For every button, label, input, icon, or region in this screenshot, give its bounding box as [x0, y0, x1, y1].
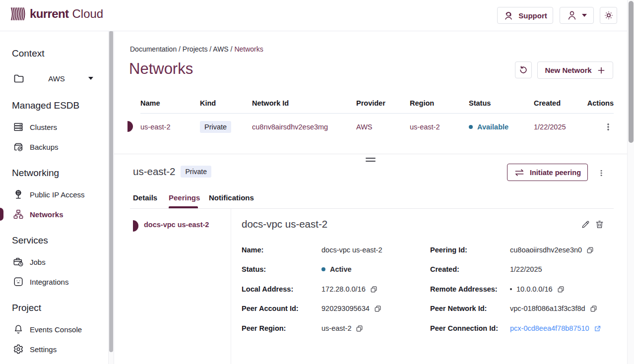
network-tree-icon	[13, 209, 24, 220]
sidebar-item-label: Public IP Access	[30, 190, 85, 199]
field-label: Peer Connection Id:	[430, 324, 498, 332]
edit-peering-button[interactable]	[581, 220, 590, 229]
account-menu-button[interactable]	[560, 7, 594, 24]
main-content: Documentation / Projects / AWS / Network…	[114, 31, 627, 364]
breadcrumb-separator: /	[207, 45, 213, 53]
networks-table-header: Name Kind Network Id Provider Region Sta…	[140, 93, 614, 114]
field-label: Peer Region:	[242, 324, 286, 332]
breadcrumb-documentation[interactable]: Documentation	[130, 45, 177, 53]
topbar: kurrent Cloud Support	[0, 0, 634, 31]
sun-icon	[603, 10, 614, 21]
sidebar-item-label: Jobs	[30, 258, 46, 266]
breadcrumb-current: Networks	[234, 45, 263, 53]
initiate-peering-label: Initiate peering	[530, 169, 581, 177]
copy-icon[interactable]	[557, 286, 565, 293]
sidebar-item-networks[interactable]: Networks	[13, 208, 108, 221]
splitter-drag-handle[interactable]	[366, 158, 376, 164]
col-header-name: Name	[140, 99, 200, 107]
peering-title: docs-vpc us-east-2	[242, 218, 327, 230]
kurrent-cloud-logo[interactable]: kurrent Cloud	[10, 6, 103, 21]
field-value-created: 1/22/2025	[510, 265, 542, 273]
outlet-icon	[13, 276, 24, 287]
row-name: us-east-2	[140, 123, 200, 131]
peer-connection-link[interactable]: pcx-0cd8eea4f78b87510	[510, 324, 589, 332]
sidebar-item-events-console[interactable]: Events Console	[13, 323, 108, 336]
sidebar-heading-managed-esdb: Managed ESDB	[12, 100, 108, 112]
logo-product-text: Cloud	[72, 7, 104, 21]
sidebar-item-backups[interactable]: Backups	[13, 140, 108, 153]
breadcrumb-separator: /	[229, 45, 235, 53]
field-value-peer-connection-id: pcx-0cd8eea4f78b87510	[510, 324, 601, 332]
globe-network-icon	[13, 189, 24, 200]
peering-list-item[interactable]: docs-vpc us-east-2	[144, 221, 209, 229]
refresh-button[interactable]	[515, 61, 532, 78]
row-actions-kebab-button[interactable]	[603, 121, 614, 133]
refresh-icon	[518, 65, 528, 75]
new-network-label: New Network	[545, 66, 591, 74]
window-scrollbar-thumb[interactable]	[629, 1, 634, 143]
col-header-region: Region	[410, 99, 469, 107]
sidebar-heading-services: Services	[12, 235, 108, 246]
tab-peerings[interactable]: Peerings	[169, 193, 200, 202]
sidebar-item-public-ip-access[interactable]: Public IP Access	[13, 188, 108, 201]
context-selector[interactable]: AWS	[13, 71, 93, 86]
sidebar-scrollbar	[108, 31, 114, 364]
sidebar-item-integrations[interactable]: Integrations	[13, 275, 108, 288]
breadcrumb-projects[interactable]: Projects	[183, 45, 208, 53]
new-network-button[interactable]: New Network	[537, 61, 613, 79]
support-button[interactable]: Support	[497, 7, 553, 24]
col-header-actions: Actions	[587, 99, 614, 107]
status-label: Active	[330, 265, 352, 273]
field-label: Peer Network Id:	[430, 304, 487, 312]
row-status: Available	[469, 123, 534, 131]
sidebar-heading-project: Project	[12, 302, 108, 314]
breadcrumb-aws[interactable]: AWS	[213, 45, 228, 53]
selected-peering-marker	[133, 220, 138, 232]
copy-icon[interactable]	[356, 325, 363, 332]
tab-notifications[interactable]: Notifications	[209, 193, 254, 202]
breadcrumb-separator: /	[177, 45, 183, 53]
window-scrollbar	[627, 0, 634, 364]
copy-icon[interactable]	[374, 305, 381, 312]
selected-row-marker	[127, 121, 133, 132]
swap-arrows-icon	[514, 168, 525, 177]
user-icon	[567, 10, 577, 21]
bell-icon	[13, 324, 24, 335]
sidebar-item-label: Settings	[30, 345, 57, 354]
copy-icon[interactable]	[586, 246, 594, 254]
status-label: Available	[477, 123, 508, 131]
field-label: Peer Account Id:	[242, 304, 299, 312]
theme-toggle-button[interactable]	[600, 7, 617, 24]
field-value-remote-addresses: 10.0.0.0/16	[510, 285, 565, 293]
detail-actions-kebab-button[interactable]	[596, 167, 606, 180]
external-link-icon[interactable]	[594, 325, 601, 332]
sidebar-scrollbar-thumb[interactable]	[109, 31, 113, 352]
kurrent-cloud-app: kurrent Cloud Support	[0, 0, 634, 364]
briefcase-clock-icon	[13, 256, 24, 267]
sidebar-item-settings[interactable]: Settings	[13, 343, 108, 356]
sidebar-item-label: Integrations	[30, 278, 68, 286]
sidebar-item-jobs[interactable]: Jobs	[13, 255, 108, 268]
field-value-peering-id: cu8oaoiirsdhv2ese3n0	[510, 246, 594, 254]
sidebar-item-clusters[interactable]: Clusters	[13, 121, 108, 133]
initiate-peering-button[interactable]: Initiate peering	[507, 164, 588, 181]
col-header-kind: Kind	[200, 99, 252, 107]
row-region: us-east-2	[410, 123, 469, 131]
sidebar-item-label: Backups	[30, 143, 59, 151]
field-value-local-address: 172.28.0.0/16	[321, 285, 378, 293]
copy-icon[interactable]	[370, 286, 378, 293]
sidebar-heading-context: Context	[12, 48, 108, 60]
delete-peering-button[interactable]	[595, 220, 604, 229]
list-detail-divider	[231, 209, 231, 364]
col-header-provider: Provider	[356, 99, 410, 107]
page-title: Networks	[129, 60, 193, 78]
copy-icon[interactable]	[590, 305, 597, 312]
field-label: Created:	[430, 265, 459, 273]
field-label: Peering Id:	[430, 246, 467, 254]
tab-details[interactable]: Details	[133, 193, 157, 202]
chevron-down-icon	[582, 14, 587, 17]
field-label: Remote Addresses:	[430, 285, 498, 293]
sidebar-heading-networking: Networking	[12, 167, 108, 179]
sidebar: Context AWS Managed ESDB Clusters	[0, 31, 108, 364]
network-table-row[interactable]: us-east-2 Private cu8nv8airsdhv2ese3mg A…	[140, 113, 614, 140]
